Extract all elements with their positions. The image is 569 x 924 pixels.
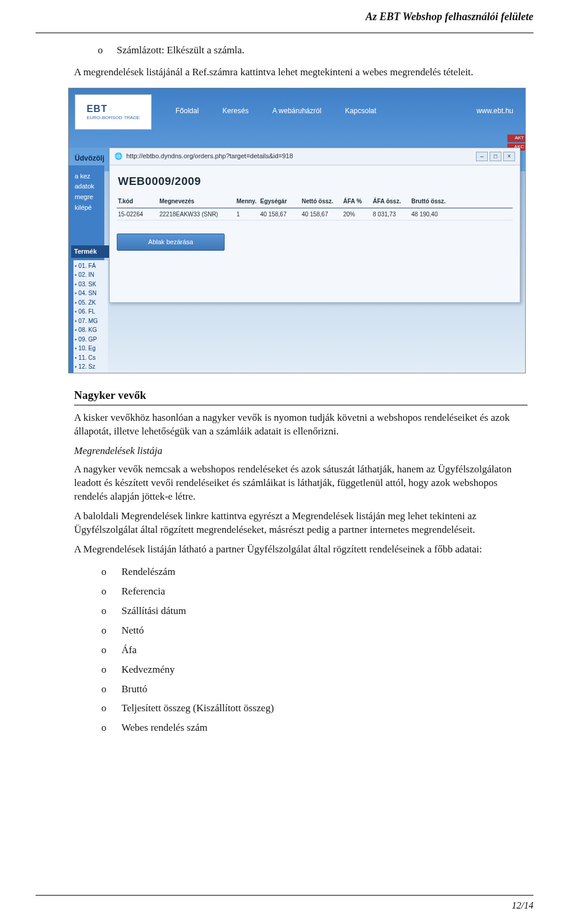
bullet-icon: o (101, 702, 110, 715)
popup-url: http://ebtbo.dyndns.org/orders.php?targe… (126, 152, 293, 161)
sidebar-menu: a kez adatok megre kilépé (75, 171, 94, 213)
popup-body: WEB0009/2009 T.kód Megnevezés Menny. Egy… (110, 165, 520, 255)
th-egysegar: Egységár (260, 197, 302, 206)
bullet-icon: o (101, 624, 110, 638)
li-0: Rendelészám (122, 565, 175, 579)
termek-02[interactable]: 02. IN (75, 270, 107, 280)
footer: 12/14 (36, 895, 533, 912)
maximize-icon[interactable]: □ (490, 152, 501, 161)
list-item: oRendelészám (101, 562, 528, 582)
td-tkod: 15-02264 (118, 210, 159, 219)
close-window-button[interactable]: Ablak bezárása (117, 234, 225, 251)
td-megnev: 22218EAKW33 (SNR) (159, 210, 236, 219)
list-item: oNettó (101, 621, 528, 641)
termek-03[interactable]: 03. SK (75, 280, 107, 289)
page-header-title: Az EBT Webshop felhasználói felülete (366, 11, 533, 23)
menu-search[interactable]: Keresés (222, 106, 248, 116)
li-2: Szállítási dátum (122, 605, 186, 618)
order-detail-popup: 🌐 http://ebtbo.dyndns.org/orders.php?tar… (109, 148, 520, 303)
side-item-3[interactable]: kilépé (75, 203, 94, 213)
list-item: oKedvezmény (101, 660, 528, 680)
list-item: oBruttó (101, 680, 528, 699)
li-8: Webes rendelés szám (122, 721, 207, 735)
order-table-head: T.kód Megnevezés Menny. Egységár Nettó ö… (117, 196, 513, 209)
li-7: Teljesített összeg (Kiszállított összeg) (122, 702, 274, 715)
td-egysegar: 40 158,67 (260, 210, 302, 219)
address-icon: 🌐 (114, 152, 123, 161)
bullet-icon: o (101, 721, 110, 735)
list-item: oÁfa (101, 641, 528, 660)
welcome-label: Üdvözölj (75, 154, 104, 163)
li-1: Referencia (122, 585, 165, 599)
td-brutto: 48 190,40 (411, 210, 459, 219)
list-item: oSzállítási dátum (101, 602, 528, 621)
intro-paragraph: A megrendelések listájánál a Ref.számra … (74, 66, 528, 79)
footer-rule (36, 895, 533, 896)
menu-about[interactable]: A webáruházról (272, 106, 321, 116)
list-item: oTeljesített összeg (Kiszállított összeg… (101, 699, 528, 718)
termek-01[interactable]: 01. FÁ (75, 261, 107, 271)
bullet-icon: o (101, 683, 110, 696)
termek-10[interactable]: 10. Eg (75, 344, 107, 353)
embedded-screenshot: EBT EURO-BORSOD TRADE Főoldal Keresés A … (68, 88, 526, 373)
li-5: Kedvezmény (122, 663, 175, 677)
termek-11[interactable]: 11. Cs (75, 353, 107, 363)
termek-07[interactable]: 07. MG (75, 316, 107, 326)
th-menny: Menny. (236, 197, 260, 206)
td-netto: 40 158,67 (302, 210, 343, 219)
termek-12[interactable]: 12. Sz (75, 362, 107, 372)
section-p2: A nagyker vevők nemcsak a webshopos rend… (74, 463, 528, 504)
termek-08[interactable]: 08. KG (75, 325, 107, 335)
list-item: oReferencia (101, 582, 528, 602)
popup-titlebar: 🌐 http://ebtbo.dyndns.org/orders.php?tar… (110, 148, 520, 165)
logo-sub: EURO-BORSOD TRADE (87, 115, 140, 122)
bullet-icon: o (101, 605, 110, 618)
th-afa: ÁFA össz. (373, 197, 411, 206)
termek-05[interactable]: 05. ZK (75, 298, 107, 308)
td-menny: 1 (236, 210, 260, 219)
side-item-2[interactable]: megre (75, 192, 94, 203)
termek-06[interactable]: 06. FL (75, 307, 107, 316)
section-p1: A kisker vevőkhöz hasonlóan a nagyker ve… (74, 411, 528, 439)
termek-list: 01. FÁ 02. IN 03. SK 04. SN 05. ZK 06. F… (73, 260, 108, 373)
termek-09[interactable]: 09. GP (75, 335, 107, 344)
th-brutto: Bruttó össz. (411, 197, 459, 206)
menu-home[interactable]: Főoldal (175, 106, 199, 116)
page-number: 12/14 (36, 899, 533, 912)
termek-13[interactable]: 13. Ek (75, 372, 107, 373)
attributes-list: oRendelészám oReferencia oSzállítási dát… (74, 562, 528, 738)
th-afapct: ÁFA % (343, 197, 373, 206)
td-afa: 8 031,73 (373, 210, 411, 219)
section-heading: Nagyker vevők (74, 388, 528, 403)
close-icon[interactable]: × (503, 152, 515, 161)
td-afapct: 20% (343, 210, 373, 219)
fig-menu: Főoldal Keresés A webáruházról Kapcsolat… (175, 106, 513, 116)
section-p4: A Megrendelések listáján látható a partn… (74, 543, 528, 557)
side-item-0[interactable]: a kez (75, 171, 94, 182)
intro-item-text: Számlázott: Elkészült a számla. (117, 44, 244, 57)
ebt-logo: EBT EURO-BORSOD TRADE (75, 94, 152, 130)
logo-main: EBT (87, 103, 140, 116)
bullet-icon: o (101, 663, 110, 677)
minimize-icon[interactable]: – (476, 152, 488, 161)
termek-header: Termék (71, 245, 113, 258)
bullet-icon: o (101, 565, 110, 579)
bullet-icon: o (101, 644, 110, 657)
order-table-row: 15-02264 22218EAKW33 (SNR) 1 40 158,67 4… (117, 209, 513, 221)
web-order-number: WEB0009/2009 (117, 170, 513, 196)
section-subhead: Megrendelések listája (74, 445, 528, 458)
bullet-icon: o (98, 44, 106, 57)
th-tkod: T.kód (118, 197, 159, 206)
red-tab-1[interactable]: AKT (507, 135, 525, 142)
li-4: Áfa (122, 644, 136, 657)
intro-list-item: o Számlázott: Elkészült a számla. (74, 39, 528, 61)
li-3: Nettó (122, 624, 144, 638)
section-p3: A baloldali Megrendelések linkre kattint… (74, 510, 528, 537)
heading-rule (74, 405, 528, 405)
menu-contact[interactable]: Kapcsolat (345, 106, 376, 116)
termek-04[interactable]: 04. SN (75, 289, 107, 298)
th-megnev: Megnevezés (159, 197, 236, 206)
side-item-1[interactable]: adatok (75, 181, 94, 192)
th-netto: Nettó össz. (302, 197, 343, 206)
menu-url[interactable]: www.ebt.hu (477, 106, 513, 116)
